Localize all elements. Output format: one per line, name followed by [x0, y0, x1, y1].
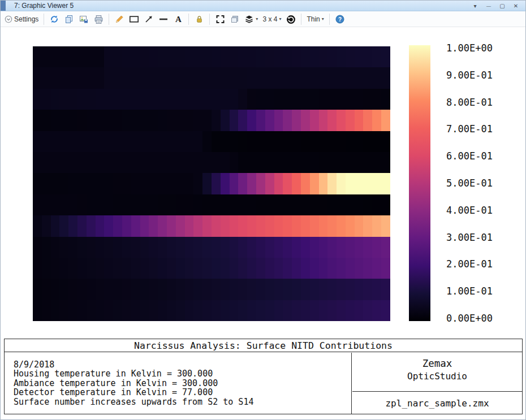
heatmap-cell: [33, 215, 42, 236]
heatmap-cell: [355, 300, 364, 321]
heatmap-cell: [51, 67, 60, 88]
pencil-tool-button[interactable]: [113, 13, 126, 26]
heatmap-cell: [59, 110, 68, 131]
rotate-button[interactable]: [284, 13, 297, 26]
heatmap-cell: [221, 300, 230, 321]
surface-stack-dropdown[interactable]: ▾: [243, 13, 259, 26]
lock-icon: [195, 15, 204, 24]
save-image-button[interactable]: [77, 13, 90, 26]
brand-name: Zemax: [352, 357, 522, 370]
heatmap-cell: [238, 67, 247, 88]
line-tool-button[interactable]: [157, 13, 170, 26]
heatmap-cell: [122, 89, 131, 110]
window-menu-button[interactable]: ▾: [470, 2, 480, 10]
heatmap-cell: [77, 152, 87, 173]
heatmap-cell: [51, 215, 60, 236]
heatmap-cell: [131, 152, 140, 173]
settings-dropdown[interactable]: Settings: [3, 13, 40, 26]
heatmap-cell: [131, 300, 140, 321]
heatmap-cell: [176, 110, 185, 131]
heatmap-cell: [355, 279, 364, 300]
heatmap-cell: [113, 110, 122, 131]
heatmap-cell: [381, 258, 390, 279]
heatmap-cell: [42, 215, 51, 236]
print-button[interactable]: [92, 13, 105, 26]
heatmap-cell: [59, 46, 68, 67]
minimize-button[interactable]: —: [484, 2, 494, 10]
heatmap-cell: [122, 152, 131, 173]
text-tool-button[interactable]: A: [172, 13, 184, 26]
heatmap-cell: [221, 152, 230, 173]
heatmap-cell: [96, 300, 105, 321]
heatmap-cell: [292, 279, 301, 300]
heatmap-cell: [274, 67, 283, 88]
caret-down-icon: ▾: [473, 3, 476, 9]
heatmap-cell: [274, 89, 283, 110]
heatmap-cell: [77, 67, 87, 88]
heatmap-cell: [230, 279, 239, 300]
refresh-button[interactable]: [48, 13, 61, 26]
heatmap-cell: [87, 173, 96, 194]
heatmap-cell: [346, 46, 355, 67]
heatmap-cell: [292, 67, 301, 88]
fit-window-button[interactable]: [214, 13, 226, 26]
heatmap-cell: [327, 110, 337, 131]
heatmap-cell: [265, 89, 274, 110]
heatmap-cell: [140, 67, 149, 88]
heatmap-cell: [140, 131, 149, 152]
heatmap-cell: [140, 194, 149, 215]
heatmap-cell: [327, 89, 337, 110]
heatmap-cell: [247, 215, 256, 236]
arrow-tool-button[interactable]: [143, 13, 155, 26]
heatmap-cell: [68, 67, 77, 88]
heatmap-cell: [104, 237, 113, 258]
heatmap-cell: [256, 46, 265, 67]
heatmap-cell: [319, 258, 328, 279]
heatmap-cell: [68, 110, 77, 131]
heatmap-cell: [310, 300, 319, 321]
lock-button[interactable]: [193, 13, 205, 26]
duplicate-window-button[interactable]: [228, 13, 241, 26]
heatmap-cell: [346, 194, 355, 215]
heatmap-cell: [42, 258, 51, 279]
heatmap-cell: [113, 152, 122, 173]
heatmap-cell: [59, 279, 68, 300]
heatmap-cell: [77, 194, 87, 215]
heatmap-cell: [96, 279, 105, 300]
heatmap-cell: [337, 67, 346, 88]
heatmap-cell: [176, 194, 185, 215]
heatmap-cell: [68, 300, 77, 321]
heatmap-row-S4: [33, 258, 390, 279]
heatmap-cell: [221, 279, 230, 300]
rectangle-tool-button[interactable]: [128, 13, 140, 26]
heatmap-cell: [256, 258, 265, 279]
heatmap-cell: [185, 131, 194, 152]
heatmap-cell: [310, 258, 319, 279]
heatmap-cell: [113, 46, 122, 67]
heatmap-cell: [238, 173, 247, 194]
heatmap-cell: [202, 110, 212, 131]
heatmap-cell: [176, 46, 185, 67]
heatmap-cell: [212, 110, 221, 131]
heatmap-cell: [193, 131, 202, 152]
line-thickness-dropdown[interactable]: Thin ▾: [305, 13, 325, 26]
heatmap-cell: [149, 67, 158, 88]
close-button[interactable]: ✕: [511, 2, 521, 10]
help-button[interactable]: ?: [334, 13, 346, 26]
grid-layout-label: 3 x 4: [262, 15, 277, 23]
heatmap-cell: [59, 237, 68, 258]
heatmap-cell: [238, 110, 247, 131]
heatmap-cell: [113, 131, 122, 152]
copy-button[interactable]: [63, 13, 75, 26]
heatmap-cell: [355, 89, 364, 110]
heatmap-cell: [283, 258, 292, 279]
heatmap-cell: [33, 110, 42, 131]
grid-layout-dropdown[interactable]: 3 x 4 ▾: [261, 13, 282, 26]
heatmap-cell: [149, 194, 158, 215]
heatmap-cell: [247, 300, 256, 321]
heatmap-cell: [372, 279, 381, 300]
heatmap-cell: [193, 67, 202, 88]
heatmap-cell: [59, 131, 68, 152]
maximize-button[interactable]: ▢: [497, 2, 507, 10]
heatmap-cell: [327, 173, 337, 194]
